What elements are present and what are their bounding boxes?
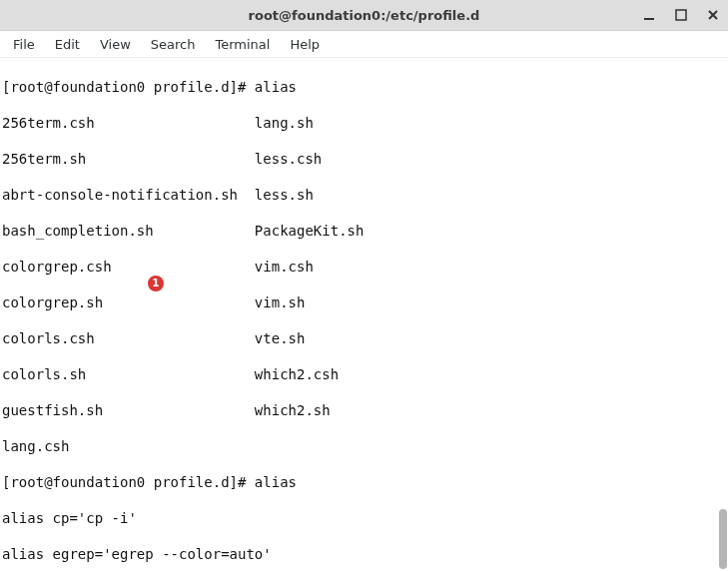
menubar: File Edit View Search Terminal Help — [0, 31, 728, 58]
window-controls — [640, 0, 722, 30]
close-button[interactable] — [704, 6, 722, 24]
annotation-badge-1: 1 — [148, 276, 164, 291]
vertical-scrollbar[interactable] — [718, 58, 728, 571]
menu-search[interactable]: Search — [142, 34, 205, 55]
menu-terminal[interactable]: Terminal — [206, 34, 279, 55]
window-titlebar: root@foundation0:/etc/profile.d — [0, 0, 728, 31]
terminal-viewport[interactable]: [root@foundation0 profile.d]# alias 256t… — [0, 58, 728, 571]
menu-edit[interactable]: Edit — [46, 34, 89, 55]
maximize-button[interactable] — [672, 6, 690, 24]
minimize-button[interactable] — [640, 6, 658, 24]
svg-rect-1 — [676, 10, 686, 20]
vertical-scroll-thumb[interactable] — [719, 509, 727, 569]
menu-file[interactable]: File — [4, 34, 44, 55]
menu-view[interactable]: View — [91, 34, 140, 55]
menu-help[interactable]: Help — [281, 34, 329, 55]
window-title: root@foundation0:/etc/profile.d — [0, 8, 728, 23]
